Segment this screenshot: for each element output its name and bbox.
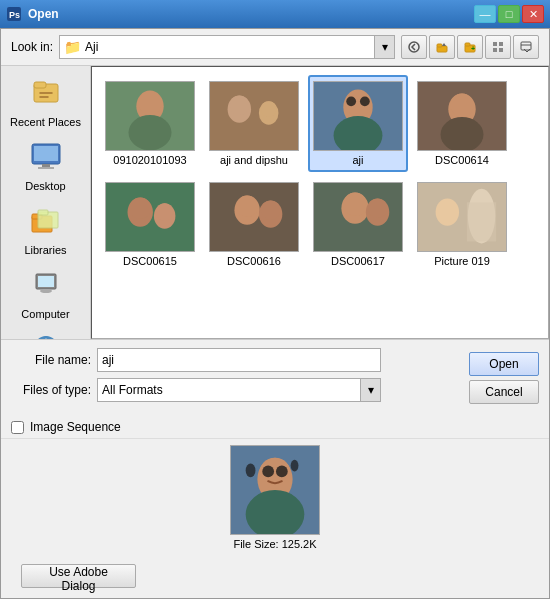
file-item-2[interactable]: aji and dipshu [204, 75, 304, 172]
use-adobe-dialog-button[interactable]: Use Adobe Dialog [21, 564, 136, 588]
svg-rect-24 [38, 276, 54, 287]
image-sequence-checkbox[interactable] [11, 421, 24, 434]
libraries-icon [30, 204, 62, 241]
svg-rect-8 [493, 42, 497, 46]
more-options-button[interactable] [513, 35, 539, 59]
svg-point-72 [276, 466, 288, 478]
filetype-row: Files of type: All Formats ▾ [11, 378, 463, 402]
svg-rect-4 [437, 44, 442, 47]
sidebar-item-desktop-label: Desktop [25, 180, 65, 192]
sidebar-item-computer[interactable]: Computer [6, 264, 86, 324]
preview-image [230, 445, 320, 535]
svg-point-57 [261, 200, 281, 220]
filetype-arrow[interactable]: ▾ [360, 379, 380, 401]
action-buttons: Open Cancel [469, 348, 539, 404]
svg-rect-66 [467, 202, 496, 241]
folder-icon: 📁 [64, 39, 81, 55]
svg-rect-9 [499, 42, 503, 46]
minimize-button[interactable]: — [474, 5, 496, 23]
sidebar-item-network[interactable]: Network [6, 328, 86, 339]
network-icon [30, 332, 62, 339]
svg-point-37 [261, 101, 277, 117]
image-sequence-row: Image Sequence [1, 416, 549, 438]
sidebar-item-recent-places-label: Recent Places [10, 116, 81, 128]
file-name-7: DSC00617 [331, 255, 385, 267]
svg-rect-18 [38, 167, 54, 169]
recent-places-icon [30, 76, 62, 113]
svg-rect-6 [465, 43, 470, 46]
look-in-combo[interactable]: 📁 Aji ▾ [59, 35, 395, 59]
filename-input[interactable] [97, 348, 381, 372]
svg-point-43 [360, 96, 370, 106]
dialog-body: Look in: 📁 Aji ▾ + [0, 28, 550, 599]
svg-rect-10 [493, 48, 497, 52]
file-browser[interactable]: 091020101093 aji and dipshu [91, 66, 549, 339]
sidebar-item-libraries-label: Libraries [24, 244, 66, 256]
file-thumb-8 [417, 182, 507, 252]
file-item-6[interactable]: DSC00616 [204, 176, 304, 273]
svg-point-60 [343, 193, 366, 216]
view-toggle-button[interactable] [485, 35, 511, 59]
filetype-combo[interactable]: All Formats ▾ [97, 378, 381, 402]
file-thumb-3 [313, 81, 403, 151]
look-in-value: Aji [85, 40, 98, 54]
back-button[interactable] [401, 35, 427, 59]
svg-text:Ps: Ps [9, 10, 20, 20]
filename-label: File name: [11, 353, 91, 367]
filename-row: File name: [11, 348, 463, 372]
file-name-2: aji and dipshu [220, 154, 288, 166]
computer-icon [30, 268, 62, 305]
file-thumb-2 [209, 81, 299, 151]
new-folder-button[interactable]: + [457, 35, 483, 59]
svg-point-52 [156, 203, 174, 221]
svg-text:+: + [471, 45, 475, 52]
file-item-1[interactable]: 091020101093 [100, 75, 200, 172]
svg-rect-17 [42, 164, 50, 167]
window-controls: — □ ✕ [474, 5, 544, 23]
input-fields: File name: Files of type: All Formats ▾ [11, 348, 463, 408]
sidebar-item-recent-places[interactable]: Recent Places [6, 72, 86, 132]
file-name-1: 091020101093 [113, 154, 186, 166]
desktop-icon [30, 140, 62, 177]
svg-point-50 [129, 197, 151, 219]
sidebar-item-libraries[interactable]: Libraries [6, 200, 86, 260]
preview-area: File Size: 125.2K [1, 438, 549, 556]
file-grid: 091020101093 aji and dipshu [96, 71, 544, 277]
file-item-8[interactable]: Picture 019 [412, 176, 512, 273]
file-item-4[interactable]: DSC00614 [412, 75, 512, 172]
title-bar: Ps Open — □ ✕ [0, 0, 550, 28]
adobe-dialog-section: Use Adobe Dialog [1, 556, 549, 598]
svg-point-35 [230, 95, 250, 115]
up-folder-button[interactable] [429, 35, 455, 59]
toolbar: Look in: 📁 Aji ▾ + [1, 29, 549, 66]
cancel-button[interactable]: Cancel [469, 380, 539, 404]
file-item-7[interactable]: DSC00617 [308, 176, 408, 273]
svg-rect-33 [210, 82, 298, 150]
svg-point-47 [440, 117, 483, 151]
look-in-arrow[interactable]: ▾ [374, 36, 394, 58]
file-thumb-1 [105, 81, 195, 151]
filetype-label: Files of type: [11, 383, 91, 397]
look-in-label: Look in: [11, 40, 53, 54]
svg-point-55 [236, 195, 258, 217]
app-icon: Ps [6, 6, 22, 22]
svg-rect-26 [43, 289, 49, 292]
svg-point-46 [450, 94, 473, 117]
content-area: Recent Places Desktop [1, 66, 549, 339]
file-thumb-6 [209, 182, 299, 252]
toolbar-buttons: + [401, 35, 539, 59]
svg-point-74 [291, 460, 299, 472]
file-name-6: DSC00616 [227, 255, 281, 267]
file-thumb-5 [105, 182, 195, 252]
svg-point-42 [346, 96, 356, 106]
maximize-button[interactable]: □ [498, 5, 520, 23]
image-sequence-label[interactable]: Image Sequence [30, 420, 121, 434]
bottom-controls: File name: Files of type: All Formats ▾ … [1, 339, 549, 416]
file-item-5[interactable]: DSC00615 [100, 176, 200, 273]
sidebar-item-desktop[interactable]: Desktop [6, 136, 86, 196]
open-button[interactable]: Open [469, 352, 539, 376]
close-button[interactable]: ✕ [522, 5, 544, 23]
svg-point-32 [138, 92, 161, 115]
file-item-3[interactable]: aji [308, 75, 408, 172]
file-name-5: DSC00615 [123, 255, 177, 267]
